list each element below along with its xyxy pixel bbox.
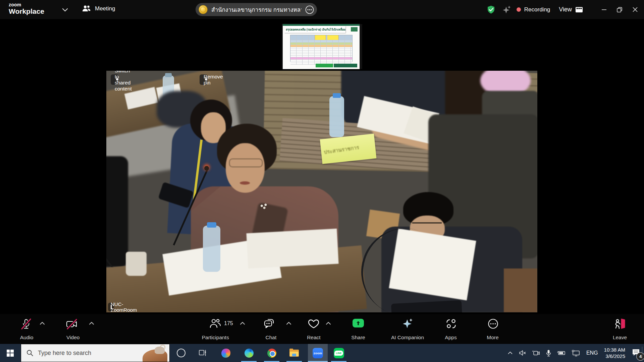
more-label: More	[487, 335, 498, 341]
battery-icon[interactable]	[557, 350, 566, 356]
start-button[interactable]	[0, 344, 20, 362]
switch-to-shared-content-button[interactable]: Switch to shared content	[111, 74, 119, 85]
line-app-button[interactable]: LINE	[329, 344, 348, 362]
taskbar-clock[interactable]: 10:38 AM 3/6/2025	[604, 347, 625, 360]
video-label: Video	[66, 335, 79, 341]
search-icon	[26, 350, 33, 356]
mini-table-section2-row	[290, 57, 352, 60]
folder-icon	[289, 350, 299, 357]
apps-button[interactable]: Apps	[439, 314, 463, 344]
cortana-icon	[177, 349, 185, 357]
ai-companion-button[interactable]: AI Companion	[386, 314, 429, 344]
tab-meeting[interactable]: Meeting	[82, 5, 115, 13]
file-explorer-button[interactable]	[285, 344, 304, 362]
chevron-up-icon[interactable]	[89, 321, 94, 325]
scene-speaker-mouth	[240, 181, 250, 185]
speaker-muted-icon[interactable]	[519, 350, 526, 356]
chevron-up-icon[interactable]	[40, 321, 45, 325]
ai-companion-label: AI Companion	[391, 335, 424, 341]
chrome-button[interactable]	[262, 344, 281, 362]
mini-table-section-row	[290, 45, 352, 47]
react-button[interactable]: React	[297, 314, 332, 344]
shared-slide: สรุปยอดคงเหลือ (รอเบิกจ่าย) เงินกันไว้เบ…	[283, 24, 360, 69]
leave-button[interactable]: Leave	[606, 314, 633, 344]
more-button[interactable]: More	[481, 314, 505, 344]
more-icon	[487, 318, 499, 330]
participants-button[interactable]: 175 Participants	[193, 314, 247, 344]
restore-button[interactable]	[612, 0, 627, 19]
mini-table-subheader	[290, 40, 352, 43]
meeting-title: สำนักงานเลขานุการกรม กรมทางหลวง	[211, 5, 302, 14]
task-view-button[interactable]	[193, 344, 212, 362]
slide-title-chip	[351, 27, 358, 32]
show-desktop-divider[interactable]	[642, 347, 642, 359]
minimize-button[interactable]	[596, 0, 612, 19]
close-icon[interactable]	[627, 0, 643, 19]
view-button[interactable]: View	[559, 6, 583, 13]
video-button[interactable]: Video	[55, 314, 96, 344]
meeting-tab-label: Meeting	[95, 5, 115, 12]
action-center-button[interactable]: 4	[632, 349, 640, 358]
mic-tray-icon[interactable]	[546, 350, 551, 357]
room-name-label: NUC-ZoomRoom	[111, 301, 137, 312]
view-label: View	[559, 6, 572, 13]
participants-count: 175	[224, 320, 233, 326]
scene-chair-left	[106, 156, 128, 267]
taskbar-search[interactable]: Type here to search	[21, 344, 170, 362]
mini-table-total-row	[290, 43, 352, 45]
zoom-app-button-active[interactable]: zoom	[308, 344, 328, 362]
zoom-workplace-window: zoom Workplace Meeting สำนักงานเลขานุการ…	[0, 0, 644, 362]
ai-diamond-icon	[401, 317, 415, 331]
leave-door-icon	[613, 318, 627, 330]
share-button[interactable]: Share	[345, 314, 372, 344]
language-indicator[interactable]: ENG	[586, 350, 598, 356]
participants-icon	[209, 318, 221, 329]
chat-button[interactable]: Chat	[253, 314, 292, 344]
scene-water-bottle	[329, 96, 344, 137]
remove-pin-button[interactable]: Remove pin	[200, 74, 208, 85]
windows-logo-icon	[7, 350, 14, 357]
audio-button[interactable]: Audio	[10, 314, 47, 344]
copilot-button[interactable]	[216, 344, 235, 362]
shared-content-thumbnail[interactable]: สรุปยอดคงเหลือ (รอเบิกจ่าย) เงินกันไว้เบ…	[282, 24, 362, 69]
meeting-title-pill[interactable]: สำนักงานเลขานุการกรม กรมทางหลวง	[196, 3, 317, 16]
recording-indicator: Recording	[517, 6, 550, 13]
participants-label: Participants	[202, 335, 229, 341]
grid-view-icon	[575, 6, 583, 13]
copilot-icon	[221, 349, 230, 358]
mini-table-header	[290, 35, 352, 40]
pinned-video-feed[interactable]: ประสานราชการ Switch to shared c	[106, 71, 537, 312]
sparkle-icon[interactable]	[502, 5, 512, 15]
people-icon	[82, 5, 91, 13]
chevron-down-icon[interactable]	[61, 7, 69, 12]
participant-name-tag: NUC-ZoomRoom	[108, 303, 114, 311]
taskbar-time: 10:38 AM	[604, 347, 625, 353]
taskbar-date: 3/6/2025	[604, 353, 625, 360]
tray-chevron-up-icon[interactable]	[507, 351, 513, 355]
windows-taskbar: Type here to search zoom LINE	[0, 344, 644, 362]
chat-icon	[263, 318, 275, 329]
title-bar: zoom Workplace Meeting สำนักงานเลขานุการ…	[0, 0, 644, 19]
camera-tray-icon[interactable]	[532, 350, 540, 356]
scene-speaker-glasses	[229, 159, 263, 167]
apps-label: Apps	[445, 335, 457, 341]
ellipsis-icon[interactable]	[305, 5, 314, 14]
slide-top-bar	[283, 24, 360, 26]
share-label: Share	[351, 335, 365, 341]
audio-label: Audio	[20, 335, 34, 341]
search-highlight-image[interactable]	[141, 344, 169, 362]
leave-label: Leave	[613, 335, 627, 341]
chevron-up-icon[interactable]	[326, 321, 331, 325]
slide-footer-box2	[334, 64, 357, 67]
chevron-up-icon[interactable]	[286, 321, 291, 325]
heart-icon	[308, 318, 320, 329]
chat-label: Chat	[266, 335, 277, 341]
shield-check-icon[interactable]	[486, 5, 496, 14]
remove-pin-label: Remove pin	[204, 74, 223, 86]
edge-button[interactable]	[239, 344, 258, 362]
monitor-icon[interactable]	[572, 350, 580, 356]
chevron-up-icon[interactable]	[240, 321, 245, 325]
cortana-button[interactable]	[172, 344, 191, 362]
slide-mini-table	[290, 35, 353, 62]
line-app-icon: LINE	[334, 348, 344, 358]
